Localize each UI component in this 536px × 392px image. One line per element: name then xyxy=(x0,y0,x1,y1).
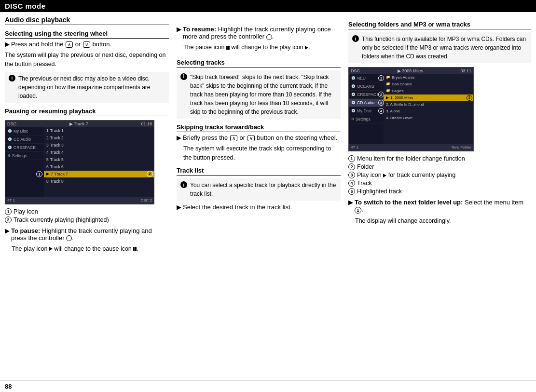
play-icon-screen: ▶ xyxy=(46,172,49,176)
page-header: DISC mode xyxy=(0,0,536,12)
circle-ann-r1: 1 xyxy=(348,155,355,162)
circle-ann-1: 1 xyxy=(5,208,12,215)
bullet-switch-text: To switch to the next folder level up: S… xyxy=(355,199,531,214)
sf-neu-icon: 💿 xyxy=(351,76,356,80)
footer-left-pause: 4T 1 xyxy=(7,198,15,203)
sf-cd-label: CD Audio xyxy=(357,100,374,105)
sf-row-2000miles: ▶ 1. 2000 Miles 5 xyxy=(384,95,473,101)
bullet-arrow-resume: ▶ xyxy=(177,26,181,33)
header-title: DISC mode xyxy=(5,2,46,10)
bullet-press-hold: ▶ Press and hold the ∧ or ∨ button. xyxy=(5,41,169,48)
annotation-play-icon: 1 Play icon xyxy=(5,208,169,215)
para-skip-system: The system will execute the track skip c… xyxy=(177,144,341,162)
subsection-steering-title: Selecting using the steering wheel xyxy=(5,30,169,39)
screen-tracks: 1Track 1 2Track 2 3Track 3 4Track 4 5Tra… xyxy=(44,127,154,197)
info-text-selecting: "Skip track forward" skips to the next t… xyxy=(190,73,337,116)
screenshot-pause: DSC ▶ Track 7 01:18 💿 My Disc 💿 CD xyxy=(5,120,169,204)
play-icon-inline-2 xyxy=(305,46,308,50)
btn-prev-icon: ∧ xyxy=(66,41,73,48)
sf-row-alone: 3. Alone xyxy=(384,108,473,115)
footer-right-folders: New Folder xyxy=(452,145,471,150)
screen-hdr-left: DSC xyxy=(7,122,16,126)
bullet-skipping: ▶ Briefly press the ∧ or ∨ button on the… xyxy=(177,134,341,141)
bullet-resume: ▶ To resume: Highlight the track current… xyxy=(177,26,341,40)
screen-sidebar-folders: 💿 NEU 1 💿 OCEANS 💿 CRSSFACE 2 xyxy=(349,74,384,144)
circle-4-sf: 4 xyxy=(378,108,384,114)
footer-left-folders: 4T 1 xyxy=(351,145,358,150)
sf-oceans: 💿 OCEANS xyxy=(349,82,384,91)
sidebar-cdaudio: 💿 CD Audio xyxy=(5,135,44,144)
bullet-arrow-skip: ▶ xyxy=(177,135,181,141)
circle-ann-r3: 3 xyxy=(348,172,355,178)
sf-settings-label: Settings xyxy=(356,117,371,122)
pause-bullet-container: ▶ To pause: Highlight the track currentl… xyxy=(5,227,169,254)
ann-play-icon-right: 3 Play icon for track currently playing xyxy=(348,172,531,178)
bullet-skip-text: Briefly press the ∧ or ∨ button on the s… xyxy=(183,134,337,141)
info-text-1: The previous or next disc may also be a … xyxy=(18,74,165,100)
annotation-track-playing: 2 Track currently playing (highlighted) xyxy=(5,216,169,223)
switch-bullet-container: ▶ To switch to the next folder level up:… xyxy=(348,199,531,226)
page-content: Audio disc playback Selecting using the … xyxy=(0,12,536,378)
screen-body: 💿 My Disc 💿 CD Audio 💿 CRSSFACE ⚙ xyxy=(5,127,154,197)
screen-footer-pause: 4T 1 DSC 2 xyxy=(5,197,154,204)
sf-neu-label: NEU xyxy=(357,76,366,81)
circle-ann-r2: 2 xyxy=(348,163,355,170)
screen-hdr-mid: ▶ Track 7 xyxy=(69,122,88,126)
footer-right-pause: DSC 2 xyxy=(140,198,152,203)
sf-settings: ⚙ Settings xyxy=(349,115,384,123)
bullet-resume-text: To resume: Highlight the track currently… xyxy=(183,26,341,40)
track-row-3: 3Track 3 xyxy=(44,142,154,149)
bullet-arrow-switch: ▶ xyxy=(348,199,353,206)
section-audio-title: Audio disc playback xyxy=(5,16,169,25)
screen-folders: DSC ▶ 3006 Miles 03:11 💿 NEU 1 💿 xyxy=(348,67,474,151)
btn-down-skip: ∨ xyxy=(247,135,255,141)
ann-folder: 2 Folder xyxy=(348,163,531,170)
ann-play-icon-right-text: Play icon for track currently playing xyxy=(357,172,455,178)
sf-row-dan: 📁Dan Shales xyxy=(384,81,473,88)
ann-track-text: Track currently playing (highlighted) xyxy=(14,216,109,223)
btn-up-skip: ∧ xyxy=(230,135,237,141)
circle-1-screen: 1 xyxy=(36,171,42,177)
bullet-switch: ▶ To switch to the next folder level up:… xyxy=(348,199,531,214)
sf-mydisc: 💿 My Disc 4 xyxy=(349,107,384,115)
screen-hdr-f-mid: ▶ 3006 Miles xyxy=(398,68,423,73)
btn-next-icon: ∨ xyxy=(83,41,90,48)
info-text-folders: This function is only available for MP3 … xyxy=(362,35,527,61)
screen-hdr-f-right: 03:11 xyxy=(460,68,471,73)
controller-icon-resume xyxy=(266,34,272,40)
annotations-right: 1 Menu item for the folder change functi… xyxy=(348,155,531,195)
track-row-4: 4Track 4 xyxy=(44,149,154,156)
track-row-8: 8Track 8 xyxy=(44,178,154,185)
sf-row-bryan: 📁Bryan Adams xyxy=(384,74,473,81)
ann-folder-change: 1 Menu item for the folder change functi… xyxy=(348,155,531,162)
sf-neu: 💿 NEU 1 xyxy=(349,74,384,82)
circle-5-sf: 5 xyxy=(467,95,472,101)
screen-pause: DSC ▶ Track 7 01:18 💿 My Disc 💿 CD xyxy=(5,120,154,204)
sidebar-cd-icon: 💿 xyxy=(8,137,12,141)
para-system-play: The system will play the previous or nex… xyxy=(5,51,169,69)
circle-1-sf: 1 xyxy=(378,75,384,81)
para-play-change: The play icon will change to the pause i… xyxy=(5,244,169,254)
sf-oceans-icon: 💿 xyxy=(351,84,356,88)
right-column: Selecting folders and MP3 or wma tracks … xyxy=(348,16,531,374)
subsection-pause-title: Pausing or resuming playback xyxy=(5,108,169,116)
sf-row-dream: 4. Dream Lover xyxy=(384,115,473,122)
sf-row-eagles: 📁Eagles xyxy=(384,88,473,95)
info-icon-folders: i xyxy=(352,35,359,42)
subsection-folders-title: Selecting folders and MP3 or wma tracks xyxy=(348,21,531,29)
mid-column: ▶ To resume: Highlight the track current… xyxy=(177,16,341,374)
bullet-select-text: Select the desired track in the track li… xyxy=(183,203,292,211)
para-pause-change: The pause icon will change to the play i… xyxy=(177,43,341,52)
sidebar-cdaudio-label: CD Audio xyxy=(14,137,31,142)
page-number: 88 xyxy=(0,380,536,392)
info-text-tracklist: You can select a specific track for play… xyxy=(190,181,337,198)
bullet-select-track: ▶ Select the desired track in the track … xyxy=(177,203,341,211)
track-row-7-selected: 1 ▶ 7Track 7 2 xyxy=(44,171,154,178)
sf-gear-icon: ⚙ xyxy=(351,117,354,121)
circle-2-screen: 2 xyxy=(147,171,153,177)
bullet-pause-text: To pause: Highlight the track currently … xyxy=(11,227,169,242)
info-icon-tracklist: i xyxy=(180,181,187,188)
left-column: Audio disc playback Selecting using the … xyxy=(5,16,169,374)
screen-hdr-right: 01:18 xyxy=(141,122,152,126)
sidebar-settings-label: Settings xyxy=(12,153,27,158)
